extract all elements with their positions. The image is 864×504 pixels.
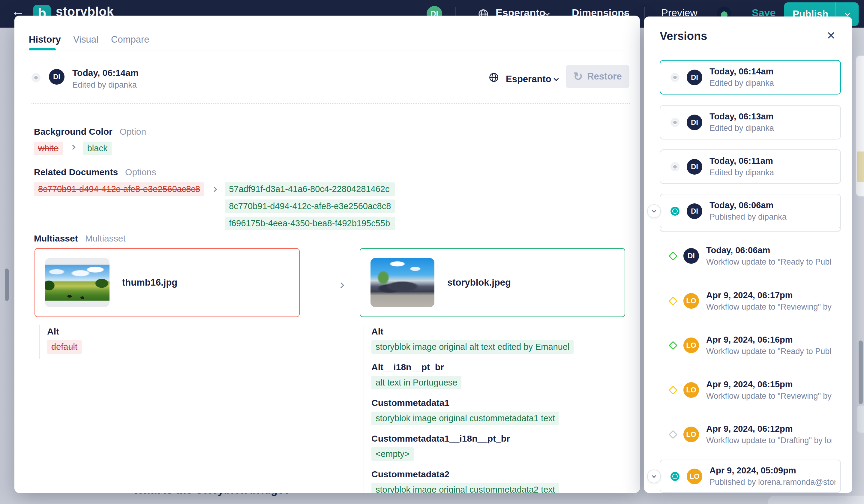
version-item-workflow[interactable]: LO Apr 9, 2024, 06:15pmWorkflow update t… bbox=[660, 380, 841, 400]
avatar: DI bbox=[687, 203, 702, 219]
expand-group-button[interactable] bbox=[647, 204, 661, 218]
page-scrollbar[interactable] bbox=[5, 268, 9, 301]
old-value: white bbox=[34, 142, 63, 155]
new-values-column: Alt storyblok image original alt text ed… bbox=[363, 325, 622, 493]
asset-thumbnail-frame bbox=[370, 258, 435, 307]
version-radio[interactable] bbox=[671, 73, 680, 82]
version-radio[interactable] bbox=[671, 162, 680, 171]
avatar: DI bbox=[687, 159, 702, 175]
active-tab-indicator bbox=[29, 48, 56, 50]
tab-compare[interactable]: Compare bbox=[111, 34, 149, 45]
asset-card-removed[interactable]: thumb16.jpg bbox=[35, 248, 300, 317]
tab-visual[interactable]: Visual bbox=[73, 34, 98, 45]
avatar: LO bbox=[683, 427, 699, 442]
version-time: Today, 06:06am bbox=[706, 245, 832, 255]
avatar: LO bbox=[687, 469, 702, 484]
version-time: Apr 9, 2024, 06:17pm bbox=[706, 290, 832, 300]
panel-title: Versions bbox=[660, 30, 707, 43]
background-color-diff: white black bbox=[34, 142, 112, 155]
publish-dropdown-chevron-icon[interactable] bbox=[836, 13, 859, 15]
restore-button[interactable]: ↺ Restore bbox=[566, 65, 629, 88]
brand-name: storyblok bbox=[56, 7, 114, 17]
chevron-right-icon bbox=[71, 145, 75, 150]
version-time: Today, 06:13am bbox=[709, 112, 774, 121]
tab-history[interactable]: History bbox=[29, 34, 61, 45]
new-value: storyblok image original custommetadata1… bbox=[371, 411, 559, 425]
back-arrow-icon[interactable]: ← bbox=[11, 6, 25, 16]
field-type: Options bbox=[125, 167, 156, 177]
preview-button[interactable]: Preview bbox=[661, 8, 697, 18]
save-button[interactable]: Save bbox=[752, 8, 776, 18]
workflow-diamond-yellow-icon bbox=[669, 296, 678, 305]
workflow-diamond-gray-icon bbox=[669, 430, 678, 439]
old-values-column: Alt default bbox=[39, 325, 339, 359]
diff-language-selector[interactable]: Esperanto bbox=[506, 74, 551, 85]
version-item-workflow[interactable]: LO Apr 9, 2024, 06:12pmWorkflow update t… bbox=[660, 424, 841, 444]
avatar: LO bbox=[683, 293, 699, 309]
versions-panel: Versions ✕ DI Today, 06:14amEdited by di… bbox=[644, 16, 852, 493]
chevron-right-icon bbox=[213, 187, 216, 192]
version-time: Today, 06:14am bbox=[709, 67, 774, 76]
background-highlight-sliver bbox=[857, 152, 864, 182]
old-value: default bbox=[47, 340, 82, 354]
version-desc: Workflow update to "Reviewing" by l… bbox=[706, 302, 832, 312]
avatar: LO bbox=[683, 382, 699, 398]
field-label: Custommetadata2 bbox=[371, 469, 622, 479]
version-radio[interactable] bbox=[671, 118, 680, 127]
version-time: Apr 9, 2024, 06:15pm bbox=[706, 380, 832, 389]
chevron-down-icon[interactable] bbox=[554, 76, 558, 82]
new-value: f696175b-4eea-4350-bea8-f492b195c55b bbox=[225, 217, 395, 230]
avatar: DI bbox=[49, 69, 64, 85]
version-desc: Published by lorena.ramonda@story… bbox=[709, 478, 836, 487]
globe-icon bbox=[488, 72, 499, 84]
new-value: black bbox=[83, 142, 112, 155]
avatar: DI bbox=[687, 70, 702, 85]
version-desc: Published by dipanka bbox=[709, 213, 787, 222]
workflow-diamond-green-icon bbox=[669, 341, 678, 350]
version-time: Today, 06:06am bbox=[709, 200, 787, 210]
asset-filename: thumb16.jpg bbox=[122, 277, 177, 288]
field-multiasset: MultiassetMultiasset bbox=[34, 233, 126, 243]
background-scrollbar-right[interactable] bbox=[859, 340, 863, 404]
restore-label: Restore bbox=[587, 71, 622, 82]
avatar: DI bbox=[683, 248, 699, 264]
new-value: 8c770b91-d494-412c-afe8-e3e2560ac8c8 bbox=[225, 200, 395, 213]
restore-icon: ↺ bbox=[573, 72, 583, 81]
version-desc: Workflow update to "Reviewing" by l… bbox=[706, 392, 832, 401]
field-label: Custommetadata1__i18n__pt_br bbox=[371, 433, 622, 444]
asset-card-added[interactable]: storyblok.jpeg bbox=[360, 248, 625, 317]
related-documents-diff: 8c770b91-d494-412c-afe8-e3e2560ac8c8 57a… bbox=[34, 182, 395, 230]
version-item-workflow[interactable]: LO Apr 9, 2024, 06:16pmWorkflow update t… bbox=[660, 335, 841, 355]
version-radio-published[interactable] bbox=[671, 472, 680, 481]
version-item-workflow[interactable]: LO Apr 9, 2024, 06:17pmWorkflow update t… bbox=[660, 291, 841, 311]
version-item-published[interactable]: LO Apr 9, 2024, 05:09pmPublished by lore… bbox=[660, 459, 841, 493]
expand-group-button[interactable] bbox=[647, 469, 661, 483]
version-time: Apr 9, 2024, 06:12pm bbox=[706, 424, 832, 434]
field-related-documents: Related DocumentsOptions bbox=[34, 167, 156, 177]
version-item[interactable]: DI Today, 06:13amEdited by dipanka bbox=[660, 105, 841, 140]
background-scroll-track bbox=[857, 406, 864, 433]
close-icon[interactable]: ✕ bbox=[827, 30, 836, 41]
version-desc: Edited by dipanka bbox=[709, 168, 774, 177]
version-item[interactable]: DI Today, 06:14amEdited by dipanka bbox=[660, 60, 841, 95]
version-radio[interactable] bbox=[32, 73, 40, 82]
new-value: <empty> bbox=[371, 447, 414, 461]
version-desc: Workflow update to "Ready to Publis…" bbox=[706, 347, 832, 356]
history-modal: History Visual Compare DI Today, 06:14am… bbox=[14, 16, 640, 493]
version-time: Apr 9, 2024, 05:09pm bbox=[709, 466, 836, 476]
version-time: Today, 06:11am bbox=[709, 156, 774, 166]
asset-filename: storyblok.jpeg bbox=[447, 277, 511, 288]
field-label: Alt bbox=[371, 326, 622, 337]
field-label: Custommetadata1 bbox=[371, 398, 622, 408]
version-desc: Edited by dipanka bbox=[709, 79, 774, 88]
dotted-separator bbox=[32, 103, 630, 104]
version-item-workflow[interactable]: DI Today, 06:06amWorkflow update to "Rea… bbox=[660, 246, 841, 266]
version-item-published[interactable]: DI Today, 06:06amPublished by dipanka bbox=[660, 194, 841, 228]
version-item[interactable]: DI Today, 06:11amEdited by dipanka bbox=[660, 149, 841, 184]
old-value: 8c770b91-d494-412c-afe8-e3e2560ac8c8 bbox=[34, 182, 204, 196]
field-background-color: Background ColorOption bbox=[34, 127, 146, 137]
version-radio-published[interactable] bbox=[671, 207, 680, 216]
field-label: Alt bbox=[47, 326, 339, 337]
workflow-diamond-green-icon bbox=[669, 251, 678, 261]
field-type: Multiasset bbox=[85, 233, 126, 243]
